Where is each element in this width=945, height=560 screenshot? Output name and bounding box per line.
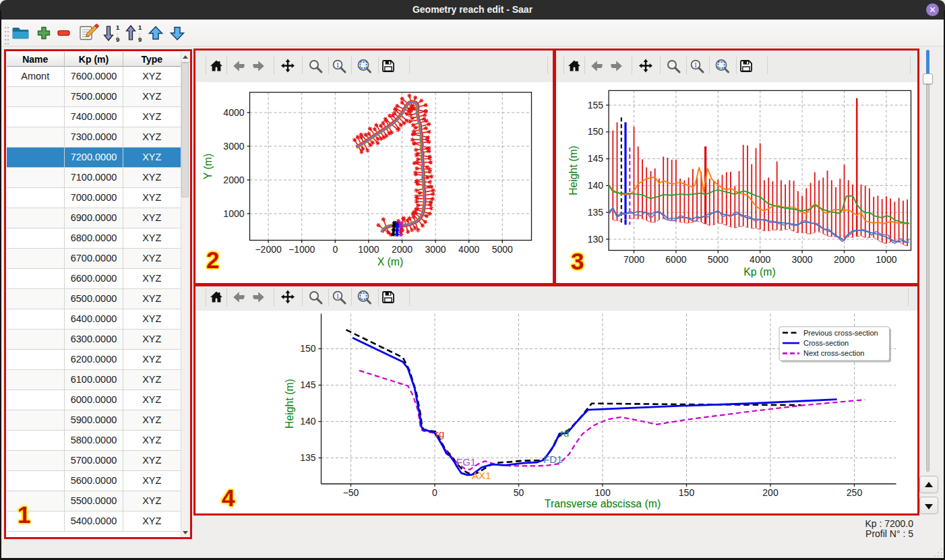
svg-text:0: 0 bbox=[432, 487, 437, 498]
svg-text:2000: 2000 bbox=[833, 254, 854, 265]
svg-text:3000: 3000 bbox=[223, 141, 244, 152]
svg-text:Transverse abscissa (m): Transverse abscissa (m) bbox=[544, 498, 660, 509]
svg-text:145: 145 bbox=[300, 379, 316, 390]
svg-text:150: 150 bbox=[587, 126, 603, 137]
svg-text:9: 9 bbox=[138, 36, 142, 43]
svg-text:4000: 4000 bbox=[750, 254, 770, 265]
svg-text:5000: 5000 bbox=[491, 244, 512, 255]
svg-text:6000: 6000 bbox=[665, 254, 686, 265]
svg-text:Cross-section: Cross-section bbox=[803, 338, 849, 346]
svg-text:X (m): X (m) bbox=[377, 256, 403, 268]
svg-text:4000: 4000 bbox=[223, 107, 244, 118]
svg-text:140: 140 bbox=[587, 180, 603, 191]
svg-text:Y (m): Y (m) bbox=[202, 154, 213, 179]
svg-text:3000: 3000 bbox=[425, 244, 446, 255]
svg-text:200: 200 bbox=[762, 487, 779, 498]
svg-text:2000: 2000 bbox=[391, 244, 412, 255]
svg-text:−2000: −2000 bbox=[255, 244, 282, 255]
svg-text:Height (m): Height (m) bbox=[283, 379, 295, 429]
svg-text:140: 140 bbox=[300, 416, 316, 427]
svg-text:5000: 5000 bbox=[707, 254, 728, 265]
svg-text:−50: −50 bbox=[342, 487, 359, 498]
svg-text:1000: 1000 bbox=[358, 244, 379, 255]
svg-text:rg: rg bbox=[435, 428, 444, 439]
svg-text:AX1: AX1 bbox=[472, 470, 491, 481]
svg-text:rd: rd bbox=[560, 427, 569, 439]
svg-text:1000: 1000 bbox=[876, 254, 896, 265]
svg-text:135: 135 bbox=[587, 207, 603, 218]
svg-text:250: 250 bbox=[846, 487, 862, 498]
svg-text:0: 0 bbox=[332, 244, 338, 255]
svg-text:150: 150 bbox=[300, 343, 316, 354]
svg-text:150: 150 bbox=[678, 487, 694, 498]
svg-text:4000: 4000 bbox=[458, 244, 479, 255]
svg-text:Kp (m): Kp (m) bbox=[743, 266, 775, 278]
svg-text:145: 145 bbox=[587, 153, 603, 164]
svg-text:155: 155 bbox=[587, 100, 603, 111]
svg-text:Next cross-section: Next cross-section bbox=[803, 349, 864, 357]
svg-text:FD1: FD1 bbox=[543, 454, 562, 465]
svg-text:3000: 3000 bbox=[791, 254, 812, 265]
svg-text:2000: 2000 bbox=[223, 175, 244, 185]
svg-text:9: 9 bbox=[116, 36, 119, 43]
svg-text:50: 50 bbox=[513, 487, 524, 498]
svg-text:FG1: FG1 bbox=[456, 456, 476, 468]
svg-text:−1000: −1000 bbox=[288, 244, 315, 255]
svg-text:Previous cross-section: Previous cross-section bbox=[803, 328, 878, 336]
svg-text:1000: 1000 bbox=[223, 208, 244, 219]
svg-text:7000: 7000 bbox=[623, 254, 644, 265]
svg-text:Height (m): Height (m) bbox=[568, 146, 579, 195]
svg-text:135: 135 bbox=[300, 452, 316, 463]
svg-text:100: 100 bbox=[595, 487, 611, 498]
svg-text:130: 130 bbox=[587, 234, 603, 245]
